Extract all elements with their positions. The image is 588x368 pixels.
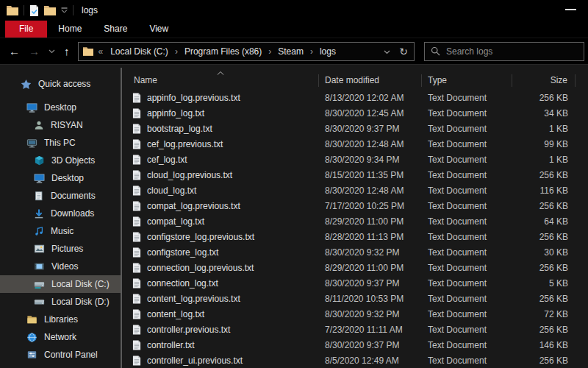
- file-type: Text Document: [422, 263, 512, 273]
- column-header-size[interactable]: Size: [512, 74, 576, 87]
- file-row[interactable]: connection_log.previous.txt8/29/2020 11:…: [122, 260, 588, 275]
- refresh-icon[interactable]: ↻: [399, 46, 408, 57]
- sidebar-item-network[interactable]: Network: [0, 328, 122, 346]
- file-name: bootstrap_log.txt: [122, 124, 319, 134]
- tab-file[interactable]: File: [5, 21, 47, 38]
- back-button[interactable]: ←: [9, 46, 20, 57]
- breadcrumb-segment[interactable]: Program Files (x86): [181, 45, 265, 58]
- file-size: 256 KB: [512, 355, 576, 366]
- libraries-icon: [26, 314, 37, 325]
- breadcrumb-separator[interactable]: ›: [267, 46, 273, 57]
- sidebar-item-videos[interactable]: Videos: [0, 258, 122, 275]
- file-date-modified: 7/17/2020 10:25 PM: [319, 201, 422, 211]
- breadcrumb-segment[interactable]: logs: [316, 45, 340, 58]
- file-row[interactable]: controller.previous.txt7/23/2020 11:11 A…: [122, 322, 588, 337]
- sidebar-item-risyan[interactable]: RISYAN: [0, 116, 122, 134]
- sidebar-item-documents[interactable]: Documents: [0, 187, 122, 205]
- breadcrumb-segment[interactable]: Steam: [274, 45, 307, 58]
- main-area: Quick accessDesktopRISYANThis PC3D Objec…: [0, 65, 588, 368]
- sidebar-item-label: Control Panel: [44, 350, 98, 360]
- file-row[interactable]: cef_log.txt8/30/2020 9:34 PMText Documen…: [122, 152, 588, 167]
- file-type: Text Document: [422, 340, 512, 350]
- title-bar: logs: [0, 0, 588, 21]
- file-text-icon: [132, 139, 141, 149]
- ribbon-tabs: FileHomeShareView: [0, 21, 588, 38]
- file-row[interactable]: compat_log.txt8/29/2020 11:00 PMText Doc…: [122, 213, 588, 229]
- sidebar-item-quick-access[interactable]: Quick access: [0, 75, 122, 93]
- sidebar-item-this-pc[interactable]: This PC: [0, 134, 122, 152]
- properties-icon[interactable]: [29, 5, 39, 16]
- file-row[interactable]: cloud_log.previous.txt8/15/2020 11:35 PM…: [122, 167, 588, 183]
- file-size: 256 KB: [512, 325, 576, 335]
- customize-chevron-icon[interactable]: [61, 7, 68, 13]
- tab-share[interactable]: Share: [93, 21, 138, 38]
- new-folder-icon[interactable]: [44, 5, 56, 15]
- file-date-modified: 8/13/2020 12:02 AM: [319, 93, 422, 103]
- file-type: Text Document: [422, 232, 512, 242]
- sidebar-item-music[interactable]: Music: [0, 222, 122, 240]
- recent-locations-chevron-icon[interactable]: [49, 49, 55, 54]
- file-name: controller.txt: [122, 340, 319, 350]
- file-size: 30 KB: [512, 247, 576, 258]
- column-header-date-modified[interactable]: Date modified: [319, 74, 422, 87]
- sidebar-item-desktop[interactable]: Desktop: [0, 169, 122, 187]
- file-row[interactable]: content_log.previous.txt8/11/2020 10:53 …: [122, 291, 588, 306]
- file-row[interactable]: appinfo_log.txt8/30/2020 12:45 AMText Do…: [122, 105, 588, 121]
- file-text-icon: [132, 309, 141, 319]
- file-date-modified: 8/30/2020 12:48 AM: [319, 185, 422, 196]
- downloads-icon: [34, 208, 44, 219]
- search-box[interactable]: [424, 42, 584, 61]
- file-row[interactable]: content_log.txt8/30/2020 9:32 PMText Doc…: [122, 306, 588, 322]
- file-name: compat_log.previous.txt: [122, 201, 319, 211]
- tab-home[interactable]: Home: [47, 21, 93, 38]
- breadcrumb-separator[interactable]: ›: [173, 46, 179, 57]
- file-size: 146 KB: [512, 340, 576, 350]
- breadcrumb-segment[interactable]: Local Disk (C:): [107, 45, 172, 58]
- forward-button[interactable]: →: [29, 46, 40, 57]
- search-input[interactable]: [446, 46, 578, 57]
- sidebar-item-label: Pictures: [51, 244, 83, 254]
- file-row[interactable]: controller_ui.previous.txt8/5/2020 12:49…: [122, 353, 588, 368]
- sidebar-item-control-panel[interactable]: Control Panel: [0, 346, 122, 364]
- sidebar-item-libraries[interactable]: Libraries: [0, 311, 122, 328]
- file-row[interactable]: cef_log.previous.txt8/30/2020 12:48 AMTe…: [122, 136, 588, 152]
- file-size: 256 KB: [512, 201, 576, 211]
- file-text-icon: [132, 170, 141, 180]
- sidebar-item-item[interactable]: [0, 364, 122, 368]
- file-row[interactable]: connection_log.txt8/30/2020 9:37 PMText …: [122, 275, 588, 291]
- file-row[interactable]: cloud_log.txt8/30/2020 12:48 AMText Docu…: [122, 183, 588, 198]
- sidebar-scrollbar[interactable]: [121, 68, 122, 368]
- file-row[interactable]: controller.txt8/30/2020 9:37 PMText Docu…: [122, 337, 588, 353]
- file-size: 5 KB: [512, 278, 576, 289]
- desktop-icon: [34, 173, 45, 184]
- address-bar[interactable]: «Local Disk (C:)›Program Files (x86)›Ste…: [78, 42, 415, 61]
- sidebar-item-3d-objects[interactable]: 3D Objects: [0, 152, 122, 169]
- file-row[interactable]: configstore_log.previous.txt8/28/2020 11…: [122, 229, 588, 244]
- sidebar-item-downloads[interactable]: Downloads: [0, 205, 122, 222]
- file-name: appinfo_log.previous.txt: [122, 93, 319, 103]
- file-row[interactable]: compat_log.previous.txt7/17/2020 10:25 P…: [122, 198, 588, 213]
- breadcrumb-overflow[interactable]: «: [96, 46, 106, 57]
- file-text-icon: [132, 201, 141, 211]
- search-icon: [431, 46, 440, 56]
- file-text-icon: [132, 325, 141, 335]
- column-header-type[interactable]: Type: [422, 74, 512, 87]
- file-row[interactable]: bootstrap_log.txt8/30/2020 9:37 PMText D…: [122, 121, 588, 136]
- minimize-button[interactable]: [565, 9, 576, 10]
- file-name: connection_log.txt: [122, 278, 319, 289]
- address-dropdown-chevron-icon[interactable]: [384, 46, 390, 57]
- file-row[interactable]: appinfo_log.previous.txt8/13/2020 12:02 …: [122, 90, 588, 105]
- file-name: cef_log.previous.txt: [122, 139, 319, 149]
- file-row[interactable]: configstore_log.txt8/30/2020 9:32 PMText…: [122, 244, 588, 260]
- sidebar-item-local-disk-d[interactable]: Local Disk (D:): [0, 293, 122, 311]
- tab-view[interactable]: View: [138, 21, 179, 38]
- file-name: controller_ui.previous.txt: [122, 355, 319, 366]
- breadcrumb-separator[interactable]: ›: [309, 46, 315, 57]
- sidebar-item-pictures[interactable]: Pictures: [0, 240, 122, 258]
- sidebar-item-desktop[interactable]: Desktop: [0, 99, 122, 116]
- file-name: cloud_log.txt: [122, 185, 319, 196]
- sidebar-item-local-disk-c[interactable]: Local Disk (C:): [0, 275, 122, 293]
- file-date-modified: 8/30/2020 12:45 AM: [319, 108, 422, 118]
- up-button[interactable]: ↑: [64, 46, 70, 57]
- file-text-icon: [132, 93, 141, 103]
